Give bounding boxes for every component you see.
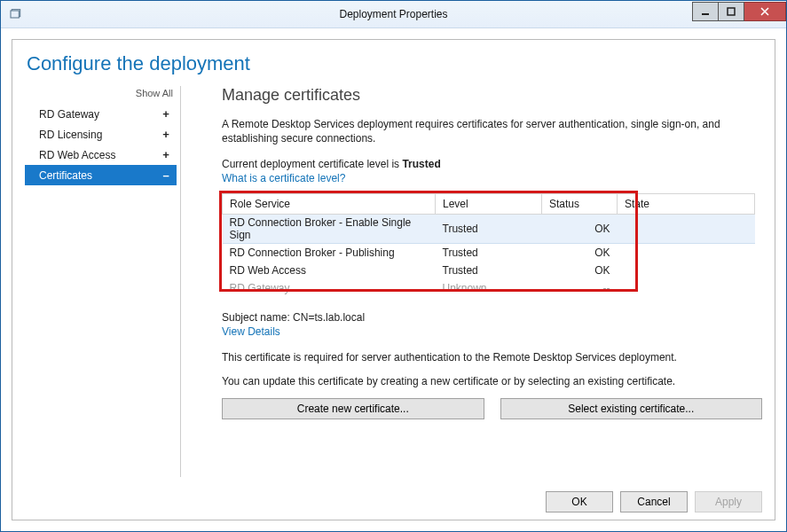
sidebar-item-rd-licensing[interactable]: RD Licensing + bbox=[25, 124, 177, 145]
expand-icon: + bbox=[161, 107, 171, 121]
col-role[interactable]: Role Service bbox=[223, 194, 436, 215]
apply-button: Apply bbox=[695, 491, 762, 512]
svg-rect-2 bbox=[702, 13, 709, 15]
collapse-icon: – bbox=[161, 168, 171, 182]
table-header-row: Role Service Level Status State bbox=[223, 194, 755, 215]
certificate-table-wrap: Role Service Level Status State RD Conne… bbox=[222, 193, 762, 297]
close-button[interactable] bbox=[744, 2, 786, 21]
app-icon bbox=[1, 1, 31, 27]
col-status[interactable]: Status bbox=[542, 194, 618, 215]
cell-state bbox=[618, 262, 755, 279]
sidebar-item-rd-gateway[interactable]: RD Gateway + bbox=[25, 104, 177, 124]
select-existing-certificate-button[interactable]: Select existing certificate... bbox=[500, 398, 763, 419]
subject-value: CN=ts.lab.local bbox=[293, 311, 365, 324]
content-frame: Configure the deployment Show All RD Gat… bbox=[12, 39, 775, 520]
table-row[interactable]: RD Connection Broker - Enable Single Sig… bbox=[223, 215, 755, 244]
window-controls bbox=[692, 2, 786, 21]
deployment-properties-window: Deployment Properties Configure the depl… bbox=[0, 0, 787, 532]
cancel-button[interactable]: Cancel bbox=[620, 491, 688, 512]
cell-role: RD Gateway bbox=[223, 279, 436, 297]
cell-level: Trusted bbox=[436, 244, 542, 262]
cell-role: RD Connection Broker - Enable Single Sig… bbox=[223, 215, 436, 244]
table-row[interactable]: RD Connection Broker - Publishing Truste… bbox=[223, 244, 755, 262]
sidebar-item-label: RD Gateway bbox=[39, 108, 99, 121]
dialog-footer: OK Cancel Apply bbox=[25, 484, 762, 512]
cell-status: OK bbox=[542, 262, 618, 279]
col-state[interactable]: State bbox=[618, 194, 755, 215]
window-title: Deployment Properties bbox=[1, 8, 786, 20]
svg-rect-3 bbox=[728, 8, 735, 15]
cell-status: OK bbox=[542, 215, 618, 244]
main-panel: Manage certificates A Remote Desktop Ser… bbox=[181, 86, 762, 477]
subject-name: Subject name: CN=ts.lab.local bbox=[222, 311, 762, 324]
current-level-text: Current deployment certificate level is … bbox=[222, 158, 762, 170]
current-level-value: Trusted bbox=[402, 158, 440, 170]
cell-level: Unknown bbox=[436, 279, 542, 297]
cell-level: Trusted bbox=[436, 215, 542, 244]
certificate-table: Role Service Level Status State RD Conne… bbox=[222, 193, 755, 297]
cell-level: Trusted bbox=[436, 262, 542, 279]
create-new-certificate-button[interactable]: Create new certificate... bbox=[222, 398, 484, 419]
sidebar: Show All RD Gateway + RD Licensing + RD … bbox=[25, 86, 181, 477]
sidebar-item-rd-web-access[interactable]: RD Web Access + bbox=[25, 145, 177, 165]
cell-state bbox=[618, 215, 755, 244]
expand-icon: + bbox=[161, 128, 171, 141]
sidebar-item-label: Certificates bbox=[39, 169, 92, 182]
sidebar-item-label: RD Web Access bbox=[39, 149, 115, 161]
ok-button[interactable]: OK bbox=[546, 491, 613, 512]
cell-status: OK bbox=[542, 244, 618, 262]
cell-role: RD Connection Broker - Publishing bbox=[223, 244, 436, 262]
after-table: Subject name: CN=ts.lab.local View Detai… bbox=[222, 311, 762, 419]
what-is-certificate-level-link[interactable]: What is a certificate level? bbox=[222, 172, 762, 184]
section-title: Manage certificates bbox=[222, 86, 762, 105]
view-details-link[interactable]: View Details bbox=[222, 325, 762, 338]
cell-state bbox=[618, 244, 755, 262]
cert-action-buttons: Create new certificate... Select existin… bbox=[222, 398, 762, 419]
cell-state bbox=[618, 279, 755, 297]
col-level[interactable]: Level bbox=[436, 194, 542, 215]
show-all-link[interactable]: Show All bbox=[25, 86, 177, 104]
cell-status: -- bbox=[542, 279, 618, 297]
expand-icon: + bbox=[161, 148, 171, 161]
update-cert-text: You can update this certificate by creat… bbox=[222, 374, 762, 389]
cell-role: RD Web Access bbox=[223, 262, 436, 279]
svg-rect-1 bbox=[11, 11, 19, 18]
table-row[interactable]: RD Gateway Unknown -- bbox=[223, 279, 755, 297]
cert-required-text: This certificate is required for server … bbox=[222, 350, 762, 365]
page-title: Configure the deployment bbox=[27, 52, 762, 75]
columns: Show All RD Gateway + RD Licensing + RD … bbox=[25, 86, 762, 477]
maximize-button[interactable] bbox=[719, 2, 744, 21]
titlebar: Deployment Properties bbox=[1, 1, 786, 28]
table-row[interactable]: RD Web Access Trusted OK bbox=[223, 262, 755, 279]
intro-text: A Remote Desktop Services deployment req… bbox=[222, 117, 754, 145]
sidebar-item-label: RD Licensing bbox=[39, 129, 102, 141]
minimize-button[interactable] bbox=[692, 2, 719, 21]
body: Configure the deployment Show All RD Gat… bbox=[1, 28, 786, 531]
sidebar-item-certificates[interactable]: Certificates – bbox=[25, 165, 177, 185]
